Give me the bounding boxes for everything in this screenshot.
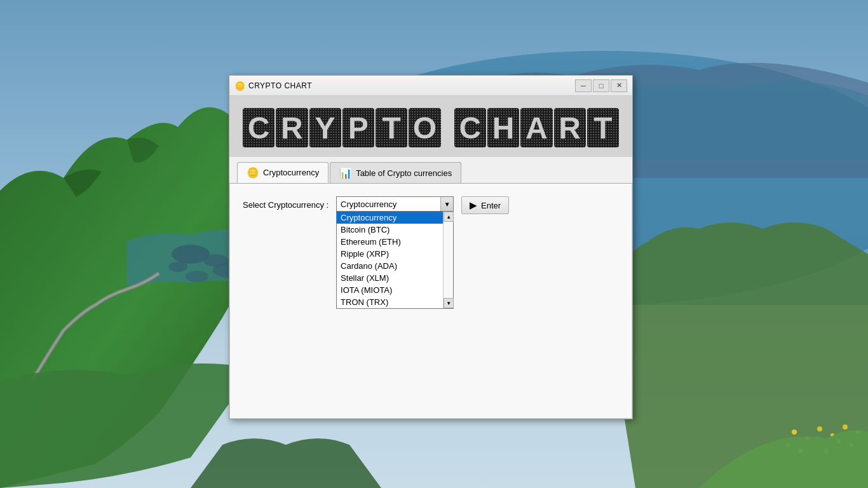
dropdown-item-3[interactable]: Ripple (XRP) (337, 248, 453, 260)
svg-point-12 (843, 424, 848, 430)
title-bar: 🪙 CRYPTO CHART ─ □ ✕ (229, 76, 632, 96)
select-label: Select Cryptocurrency : (243, 196, 329, 210)
combobox[interactable]: Cryptocurrency ▼ (336, 196, 454, 212)
svg-point-8 (792, 430, 797, 435)
tab-table-label: Table of Crypto currencies (356, 168, 452, 178)
scroll-track (444, 222, 453, 298)
logo-letter-c: C (243, 108, 275, 147)
enter-icon: ▶ (470, 200, 477, 211)
logo-letter-h: H (487, 108, 519, 147)
dropdown-item-1[interactable]: Bitcoin (BTC) (337, 224, 453, 236)
tab-cryptocurrency[interactable]: 🪙 Cryptocurrency (237, 162, 329, 183)
logo-letter-r2: R (554, 108, 586, 147)
dropdown-item-2[interactable]: Ethereum (ETH) (337, 236, 453, 248)
content-area: Select Cryptocurrency : Cryptocurrency ▼… (229, 184, 632, 419)
select-row: Select Cryptocurrency : Cryptocurrency ▼… (243, 196, 619, 214)
maximize-button[interactable]: □ (593, 79, 609, 92)
select-container: Cryptocurrency ▼ Cryptocurrency Bitcoin … (336, 196, 454, 212)
logo-container: C R Y P T O C H A R T (242, 107, 620, 148)
dropdown-item-0[interactable]: Cryptocurrency (337, 212, 453, 224)
logo-letter-t2: T (587, 108, 619, 147)
window-controls: ─ □ ✕ (575, 79, 627, 92)
dropdown-item-4[interactable]: Cardano (ADA) (337, 260, 453, 272)
combobox-value: Cryptocurrency (341, 200, 438, 209)
window-title: CRYPTO CHART (248, 81, 312, 90)
logo-letter-r: R (276, 108, 308, 147)
logo-letter-o: O (409, 108, 440, 147)
logo-letter-y: Y (309, 108, 341, 147)
tab-cryptocurrency-label: Cryptocurrency (263, 168, 319, 177)
tab-table[interactable]: 📊 Table of Crypto currencies (330, 162, 461, 183)
dropdown-item-6[interactable]: IOTA (MIOTA) (337, 284, 453, 296)
combobox-arrow[interactable]: ▼ (440, 197, 453, 211)
dropdown-list: Cryptocurrency Bitcoin (BTC) Ethereum (E… (336, 212, 454, 309)
title-bar-left: 🪙 CRYPTO CHART (234, 81, 312, 91)
close-button[interactable]: ✕ (611, 79, 627, 92)
svg-point-10 (817, 426, 822, 431)
logo-letter-p: P (342, 108, 374, 147)
app-icon: 🪙 (234, 81, 245, 91)
tabs-area: 🪙 Cryptocurrency 📊 Table of Crypto curre… (229, 157, 632, 184)
app-window: 🪙 CRYPTO CHART ─ □ ✕ C R Y P T O C H A R… (229, 75, 633, 419)
logo-area: C R Y P T O C H A R T (229, 96, 632, 157)
tab-cryptocurrency-icon: 🪙 (247, 166, 259, 179)
enter-button-label: Enter (481, 201, 501, 210)
enter-button[interactable]: ▶ Enter (461, 196, 509, 214)
dropdown-scrollbar: ▲ ▼ (443, 212, 453, 308)
dropdown-item-5[interactable]: Stellar (XLM) (337, 272, 453, 284)
dropdown-items: Cryptocurrency Bitcoin (BTC) Ethereum (E… (337, 212, 453, 308)
tab-table-icon: 📊 (339, 167, 352, 179)
scroll-up-button[interactable]: ▲ (444, 212, 454, 222)
dropdown-scroll-container: Cryptocurrency Bitcoin (BTC) Ethereum (E… (337, 212, 453, 308)
logo-letter-c2: C (454, 108, 486, 147)
dropdown-item-7[interactable]: TRON (TRX) (337, 296, 453, 308)
logo-letter-t: T (376, 108, 407, 147)
logo-letter-a: A (520, 108, 552, 147)
minimize-button[interactable]: ─ (575, 79, 592, 92)
scroll-down-button[interactable]: ▼ (444, 298, 454, 308)
